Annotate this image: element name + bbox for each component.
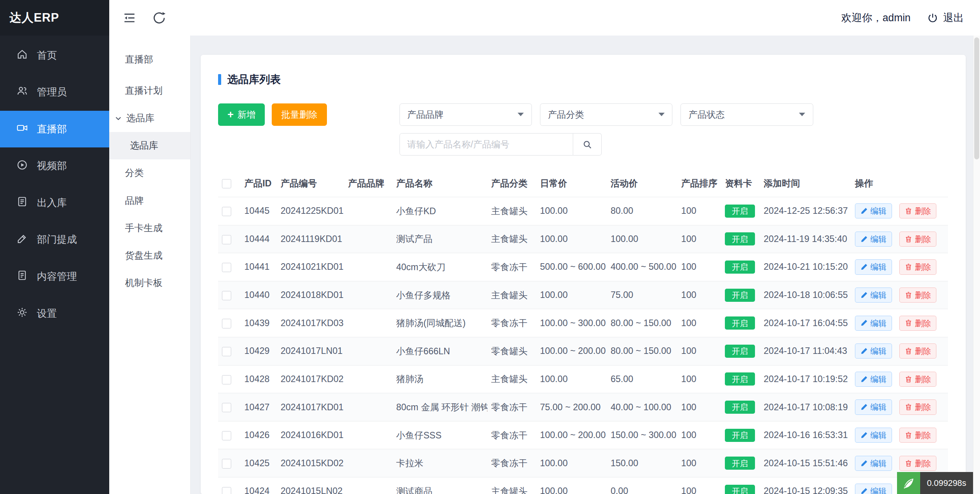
delete-button[interactable]: 删除 (899, 456, 936, 471)
submenu-item-live-dept[interactable]: 直播部 (109, 42, 190, 77)
status-filter-select[interactable]: 产品状态 (680, 103, 813, 126)
sidebar-item-live-dept[interactable]: 直播部 (0, 111, 109, 148)
row-checkbox[interactable] (222, 291, 231, 300)
status-badge[interactable]: 开启 (725, 401, 755, 414)
page-scrollbar[interactable] (973, 36, 980, 494)
status-badge[interactable]: 开启 (725, 289, 755, 302)
cell-add-time: 2024-10-18 10:06:55 (760, 281, 851, 309)
submenu-item-pallet-gen[interactable]: 货盘生成 (109, 242, 190, 269)
row-checkbox[interactable] (222, 459, 231, 468)
edit-button[interactable]: 编辑 (855, 288, 892, 303)
edit-button[interactable]: 编辑 (855, 316, 892, 331)
submenu-item-category[interactable]: 分类 (109, 159, 190, 187)
sidebar-item-video-dept[interactable]: 视频部 (0, 147, 109, 184)
row-checkbox[interactable] (222, 319, 231, 328)
cell-activity-price: 0.00 (607, 477, 677, 494)
pencil-icon (860, 207, 868, 215)
sidebar-item-settings[interactable]: 设置 (0, 295, 109, 332)
submenu-item-handcard-gen[interactable]: 手卡生成 (109, 214, 190, 242)
status-badge[interactable]: 开启 (725, 316, 755, 330)
row-checkbox[interactable] (222, 263, 231, 272)
scrollbar-thumb[interactable] (974, 37, 979, 159)
category-filter-select[interactable]: 产品分类 (540, 103, 672, 126)
row-checkbox[interactable] (222, 403, 231, 412)
trash-icon (905, 207, 912, 215)
col-product-brand: 产品品牌 (344, 169, 393, 197)
submenu-item-product-library[interactable]: 选品库 (109, 132, 190, 159)
cell-activity-price: 40.00 ~ 100.00 (607, 393, 677, 421)
debug-trace-badge[interactable]: 0.099298s (897, 472, 973, 494)
edit-button[interactable]: 编辑 (855, 484, 892, 494)
search-button[interactable] (573, 133, 602, 156)
cell-daily-price: 500.00 ~ 600.00 (536, 253, 607, 281)
edit-button[interactable]: 编辑 (855, 232, 892, 247)
cell-product-id: 10425 (240, 449, 277, 477)
cell-product-category: 主食罐头 (487, 225, 536, 253)
collapse-menu-icon[interactable] (122, 10, 137, 25)
edit-button[interactable]: 编辑 (855, 399, 892, 414)
submenu-item-mechanism-card[interactable]: 机制卡板 (109, 269, 190, 297)
status-badge[interactable]: 开启 (725, 232, 755, 245)
row-checkbox[interactable] (222, 235, 231, 244)
row-checkbox[interactable] (222, 487, 231, 494)
row-checkbox[interactable] (222, 347, 231, 356)
users-icon (16, 85, 28, 99)
search-input[interactable] (399, 133, 573, 156)
refresh-icon[interactable] (152, 10, 167, 25)
col-product-code: 产品编号 (277, 169, 344, 197)
delete-button[interactable]: 删除 (899, 259, 936, 274)
status-badge[interactable]: 开启 (725, 429, 755, 442)
pencil-icon (860, 376, 868, 383)
cell-product-code: 20241225KD01 (277, 197, 344, 225)
delete-button[interactable]: 删除 (899, 203, 936, 218)
edit-button[interactable]: 编辑 (855, 428, 892, 443)
debug-logo-icon[interactable] (897, 472, 920, 494)
sidebar-item-label: 部门提成 (37, 233, 77, 246)
status-badge[interactable]: 开启 (725, 485, 755, 494)
cell-product-category: 主食罐头 (487, 477, 536, 494)
row-checkbox[interactable] (222, 375, 231, 384)
delete-button[interactable]: 删除 (899, 343, 936, 359)
sidebar-item-admin[interactable]: 管理员 (0, 74, 109, 111)
sidebar-item-content[interactable]: 内容管理 (0, 258, 109, 295)
main-content: 选品库列表 + 新增 批量删除 (191, 36, 980, 494)
delete-button[interactable]: 删除 (899, 399, 936, 414)
edit-button[interactable]: 编辑 (855, 343, 892, 359)
delete-button[interactable]: 删除 (899, 232, 936, 247)
status-badge[interactable]: 开启 (725, 205, 755, 218)
delete-button[interactable]: 删除 (899, 372, 936, 387)
row-checkbox[interactable] (222, 207, 231, 216)
submenu-item-brand[interactable]: 品牌 (109, 187, 190, 214)
edit-button[interactable]: 编辑 (855, 456, 892, 471)
delete-button[interactable]: 删除 (899, 428, 936, 443)
select-all-checkbox[interactable] (222, 179, 231, 188)
status-badge[interactable]: 开启 (725, 261, 755, 274)
status-badge[interactable]: 开启 (725, 372, 755, 386)
status-badge[interactable]: 开启 (725, 457, 755, 470)
batch-delete-button[interactable]: 批量删除 (272, 103, 327, 126)
submenu-item-live-plan[interactable]: 直播计划 (109, 77, 190, 104)
cell-product-category: 主食罐头 (487, 281, 536, 309)
brand-filter-select[interactable]: 产品品牌 (399, 103, 532, 126)
edit-button[interactable]: 编辑 (855, 372, 892, 387)
row-checkbox[interactable] (222, 431, 231, 440)
sidebar-item-commission[interactable]: 部门提成 (0, 221, 109, 258)
app-logo: 达人ERP (0, 0, 109, 36)
sidebar-item-home[interactable]: 首页 (0, 37, 109, 74)
logout-button[interactable]: 退出 (927, 11, 963, 25)
trash-icon (905, 347, 912, 355)
delete-button[interactable]: 删除 (899, 316, 936, 331)
add-button[interactable]: + 新增 (218, 103, 265, 126)
edit-button[interactable]: 编辑 (855, 203, 892, 218)
col-product-id: 产品ID (240, 169, 277, 197)
sidebar-item-warehouse[interactable]: 出入库 (0, 184, 109, 222)
table-row: 10441 20241021KD01 40cm大砍刀 零食冻干 500.00 ~… (218, 253, 948, 281)
status-badge[interactable]: 开启 (725, 345, 755, 358)
edit-button[interactable]: 编辑 (855, 259, 892, 274)
submenu-item-product-library-parent[interactable]: 选品库 (109, 104, 190, 132)
delete-button[interactable]: 删除 (899, 288, 936, 303)
video-camera-icon (16, 122, 28, 136)
cell-product-code: 20241021KD01 (277, 253, 344, 281)
cell-activity-price: 150.00 ~ 300.00 (607, 421, 677, 449)
table-row: 10428 20241017KD02 猪肺汤 主食罐头 100.00 65.00… (218, 365, 948, 393)
